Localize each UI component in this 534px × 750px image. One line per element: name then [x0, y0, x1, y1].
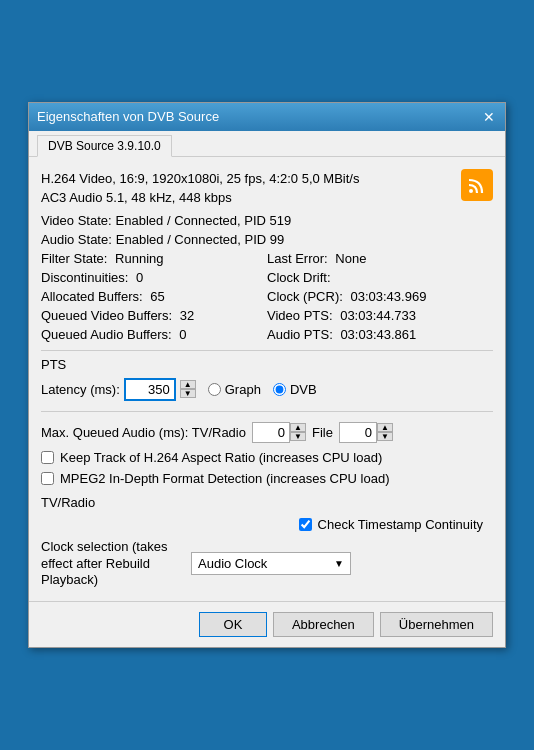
pts-section-title: PTS — [41, 357, 493, 372]
check-timestamp-row: Check Timestamp Continuity — [41, 514, 493, 535]
aspect-ratio-checkbox[interactable] — [41, 451, 54, 464]
mpeg2-checkbox[interactable] — [41, 472, 54, 485]
tv-down-button[interactable]: ▼ — [290, 432, 306, 441]
file-label: File — [312, 425, 333, 440]
divider-queued — [41, 411, 493, 412]
graph-radio-group: Graph — [208, 382, 261, 397]
mpeg2-label[interactable]: MPEG2 In-Depth Format Detection (increas… — [60, 471, 389, 486]
file-down-button[interactable]: ▼ — [377, 432, 393, 441]
video-state-row: Video State: Enabled / Connected, PID 51… — [41, 211, 493, 230]
file-spinner: ▲ ▼ — [377, 423, 393, 441]
video-pts-label: Video PTS: — [267, 308, 333, 323]
tab-bar: DVB Source 3.9.10.0 — [29, 131, 505, 157]
video-info-line: H.264 Video, 16:9, 1920x1080i, 25 fps, 4… — [41, 169, 461, 188]
tv-radio-input[interactable] — [252, 422, 290, 443]
tv-radio-section: TV/Radio Check Timestamp Continuity Cloc… — [41, 495, 493, 594]
tv-up-button[interactable]: ▲ — [290, 423, 306, 432]
tv-radio-title: TV/Radio — [41, 495, 493, 510]
filter-error-row: Filter State: Running Last Error: None — [41, 249, 493, 268]
aspect-ratio-row: Keep Track of H.264 Aspect Ratio (increa… — [41, 447, 493, 468]
latency-input[interactable] — [124, 378, 176, 401]
aspect-ratio-label[interactable]: Keep Track of H.264 Aspect Ratio (increa… — [60, 450, 382, 465]
clock-dropdown[interactable]: Audio Clock ▼ — [191, 552, 351, 575]
filter-state-value: Running — [115, 251, 163, 266]
last-error-label: Last Error: — [267, 251, 328, 266]
queued-audio-value: 0 — [179, 327, 186, 342]
audio-info-line: AC3 Audio 5.1, 48 kHz, 448 kbps — [41, 188, 461, 207]
video-state-value: Enabled / Connected, PID 519 — [116, 213, 292, 228]
graph-radio[interactable] — [208, 383, 221, 396]
top-info-text: H.264 Video, 16:9, 1920x1080i, 25 fps, 4… — [41, 169, 461, 207]
qvideo-vpts-row: Queued Video Buffers: 32 Video PTS: 03:0… — [41, 306, 493, 325]
pts-controls-row: Latency (ms): ▲ ▼ Graph DVB — [41, 374, 493, 405]
clock-pcr-label: Clock (PCR): — [267, 289, 343, 304]
title-bar: Eigenschaften von DVB Source ✕ — [29, 103, 505, 131]
filter-state-label: Filter State: — [41, 251, 107, 266]
alloc-pcr-row: Allocated Buffers: 65 Clock (PCR): 03:03… — [41, 287, 493, 306]
video-state-label: Video State: — [41, 213, 112, 228]
svg-point-0 — [469, 189, 473, 193]
queued-audio-cell: Queued Audio Buffers: 0 — [41, 327, 267, 342]
button-row: OK Abbrechen Übernehmen — [29, 601, 505, 647]
main-window: Eigenschaften von DVB Source ✕ DVB Sourc… — [28, 102, 506, 649]
disc-drift-row: Discontinuities: 0 Clock Drift: — [41, 268, 493, 287]
close-button[interactable]: ✕ — [481, 109, 497, 125]
discontinuities-cell: Discontinuities: 0 — [41, 270, 267, 285]
dvb-radio-label[interactable]: DVB — [290, 382, 317, 397]
allocated-buffers-value: 65 — [150, 289, 164, 304]
latency-down-button[interactable]: ▼ — [180, 389, 196, 398]
tab-dvb-source[interactable]: DVB Source 3.9.10.0 — [37, 135, 172, 157]
dvb-radio-group: DVB — [273, 382, 317, 397]
apply-button[interactable]: Übernehmen — [380, 612, 493, 637]
mpeg2-row: MPEG2 In-Depth Format Detection (increas… — [41, 468, 493, 489]
tv-input-group: ▲ ▼ — [252, 422, 306, 443]
video-info-text: H.264 Video, 16:9, 1920x1080i, 25 fps, 4… — [41, 171, 359, 186]
filter-state-cell: Filter State: Running — [41, 251, 267, 266]
chevron-down-icon: ▼ — [334, 558, 344, 569]
audio-pts-value: 03:03:43.861 — [340, 327, 416, 342]
audio-state-label: Audio State: — [41, 232, 112, 247]
latency-spinner: ▲ ▼ — [180, 380, 196, 398]
tv-spinner: ▲ ▼ — [290, 423, 306, 441]
check-timestamp-checkbox[interactable] — [299, 518, 312, 531]
audio-info-text: AC3 Audio 5.1, 48 kHz, 448 kbps — [41, 190, 232, 205]
graph-radio-label[interactable]: Graph — [225, 382, 261, 397]
clock-pcr-value: 03:03:43.969 — [350, 289, 426, 304]
top-info-section: H.264 Video, 16:9, 1920x1080i, 25 fps, 4… — [41, 165, 493, 211]
dvb-radio[interactable] — [273, 383, 286, 396]
window-title: Eigenschaften von DVB Source — [37, 109, 219, 124]
audio-state-row: Audio State: Enabled / Connected, PID 99 — [41, 230, 493, 249]
clock-dropdown-value: Audio Clock — [198, 556, 267, 571]
queued-video-cell: Queued Video Buffers: 32 — [41, 308, 267, 323]
audio-state-value: Enabled / Connected, PID 99 — [116, 232, 284, 247]
clock-selection-row: Clock selection (takes effect after Rebu… — [41, 535, 493, 594]
file-up-button[interactable]: ▲ — [377, 423, 393, 432]
divider-pts — [41, 350, 493, 351]
clock-pcr-cell: Clock (PCR): 03:03:43.969 — [267, 289, 493, 304]
latency-up-button[interactable]: ▲ — [180, 380, 196, 389]
discontinuities-label: Discontinuities: — [41, 270, 128, 285]
latency-group: Latency (ms): ▲ ▼ — [41, 378, 196, 401]
max-queued-row: Max. Queued Audio (ms): TV/Radio ▲ ▼ Fil… — [41, 418, 493, 447]
queued-audio-label: Queued Audio Buffers: — [41, 327, 172, 342]
max-queued-label: Max. Queued Audio (ms): TV/Radio — [41, 425, 246, 440]
video-pts-value: 03:03:44.733 — [340, 308, 416, 323]
audio-pts-label: Audio PTS: — [267, 327, 333, 342]
last-error-cell: Last Error: None — [267, 251, 493, 266]
ok-button[interactable]: OK — [199, 612, 267, 637]
latency-label: Latency (ms): — [41, 382, 120, 397]
qaudio-apts-row: Queued Audio Buffers: 0 Audio PTS: 03:03… — [41, 325, 493, 344]
allocated-buffers-cell: Allocated Buffers: 65 — [41, 289, 267, 304]
cancel-button[interactable]: Abbrechen — [273, 612, 374, 637]
check-timestamp-label[interactable]: Check Timestamp Continuity — [318, 517, 483, 532]
audio-pts-cell: Audio PTS: 03:03:43.861 — [267, 327, 493, 342]
queued-video-value: 32 — [180, 308, 194, 323]
discontinuities-value: 0 — [136, 270, 143, 285]
video-pts-cell: Video PTS: 03:03:44.733 — [267, 308, 493, 323]
clock-drift-cell: Clock Drift: — [267, 270, 493, 285]
last-error-value: None — [335, 251, 366, 266]
file-input[interactable] — [339, 422, 377, 443]
file-input-group: ▲ ▼ — [339, 422, 393, 443]
clock-selection-label: Clock selection (takes effect after Rebu… — [41, 539, 181, 590]
queued-video-label: Queued Video Buffers: — [41, 308, 172, 323]
